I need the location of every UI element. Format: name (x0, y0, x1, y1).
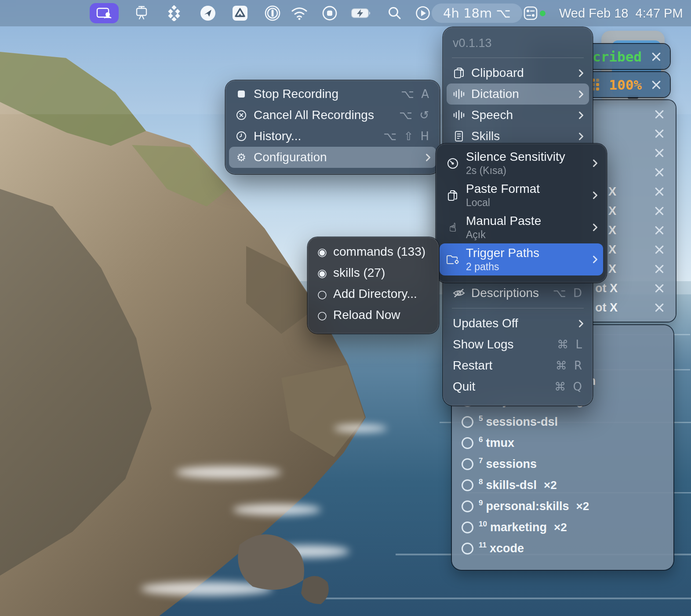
chevron-right-icon (578, 132, 584, 141)
shortcut-label: ⌥ ↺ (399, 109, 431, 122)
chevron-right-icon (593, 223, 598, 232)
close-icon[interactable] (654, 283, 665, 294)
menu-item-skills-dir[interactable]: ◉ skills (27) (311, 262, 435, 283)
path-item[interactable]: 10marketing×2 (452, 517, 673, 538)
menu-item-descriptions[interactable]: Descriptions ⌥ D (447, 283, 589, 304)
shapes-app-icon[interactable] (232, 5, 248, 22)
play-icon[interactable] (415, 5, 431, 21)
menu-item-updates[interactable]: Updates Off (447, 313, 589, 334)
path-index: 7 (479, 457, 483, 465)
menu-item-commands[interactable]: ◉ commands (133) (311, 241, 435, 262)
path-item[interactable]: 8skills-dsl×2 (452, 475, 673, 496)
clock-icon (234, 130, 248, 142)
radio-icon (462, 437, 473, 449)
path-index: 5 (479, 414, 483, 423)
path-item[interactable]: 11xcode (452, 538, 673, 559)
close-icon[interactable] (654, 109, 665, 120)
menu-item-label: Descriptions (471, 286, 539, 300)
menu-item-label: Cancel All Recordings (254, 108, 374, 122)
menu-item-label: commands (133) (333, 245, 426, 259)
wifi-icon[interactable] (291, 6, 308, 20)
menu-item-label: Paste Format (466, 182, 540, 196)
path-label: skills-dsl (486, 478, 537, 492)
menu-item-label: Configuration (254, 150, 327, 164)
menu-item-history[interactable]: History... ⌥ ⇧ H (229, 126, 436, 147)
fast-user-switching-icon[interactable] (523, 6, 538, 21)
hotkey-fragment: X (608, 185, 616, 199)
diamond-cluster-icon[interactable] (167, 5, 182, 21)
menu-item-clipboard[interactable]: Clipboard (447, 62, 589, 83)
path-item[interactable]: 7sessions (452, 453, 673, 475)
search-icon[interactable] (387, 6, 402, 21)
shortcut-label: ⌥ D (553, 286, 584, 300)
menu-item-label: Skills (471, 129, 500, 143)
chevron-right-icon (578, 319, 584, 328)
close-icon[interactable] (651, 79, 662, 91)
chevron-right-icon (593, 255, 598, 264)
cancel-circle-icon (234, 109, 248, 121)
menu-divider (452, 308, 584, 308)
version-label: v0.1.13 (443, 32, 593, 53)
path-index: 8 (479, 478, 483, 486)
close-icon[interactable] (654, 128, 665, 139)
time-label: 4:47 PM (636, 6, 683, 20)
menu-item-value: Local (466, 197, 540, 208)
path-item[interactable]: 9personal:skills×2 (452, 496, 673, 517)
radio-icon (462, 479, 473, 491)
projector-icon[interactable] (134, 5, 149, 21)
close-icon[interactable] (654, 244, 665, 255)
menu-item-cancel-all[interactable]: Cancel All Recordings ⌥ ↺ (229, 105, 436, 126)
gear-icon: ⚙ (234, 151, 248, 164)
record-stop-icon[interactable] (321, 5, 338, 22)
close-icon[interactable] (654, 147, 665, 159)
close-icon[interactable] (654, 225, 665, 236)
one-password-icon[interactable] (264, 5, 281, 22)
menu-item-stop-recording[interactable]: Stop Recording ⌥ A (229, 83, 436, 105)
path-index: 11 (479, 541, 487, 550)
active-status-item-screen-recorder[interactable] (90, 3, 119, 23)
menu-divider (452, 58, 584, 58)
menu-item-label: Show Logs (453, 337, 514, 351)
close-icon[interactable] (654, 205, 665, 217)
clipboard-icon (452, 67, 466, 79)
menu-item-value: 2 paths (466, 261, 539, 272)
close-icon[interactable] (654, 186, 665, 197)
path-item[interactable]: 5sessions-dsl (452, 411, 673, 432)
radio-selected-icon: ◉ (316, 267, 329, 279)
close-icon[interactable] (654, 167, 665, 178)
menu-item-speech[interactable]: Speech (447, 105, 589, 126)
path-item[interactable]: 6tmux (452, 432, 673, 453)
chevron-right-icon (593, 159, 598, 167)
close-icon[interactable] (654, 263, 665, 275)
hotkey-fragment: ot X (595, 282, 618, 295)
radio-empty-icon: ○ (316, 288, 329, 301)
shortcut-label: ⌘ L (557, 338, 584, 351)
trigger-paths-submenu: ◉ commands (133) ◉ skills (27) ○ Add Dir… (308, 237, 439, 333)
menu-bar: 4h 18m ⌥ Wed Feb 18 4:47 PM (0, 0, 691, 26)
menu-item-restart[interactable]: Restart ⌘ R (447, 355, 589, 376)
menu-item-show-logs[interactable]: Show Logs ⌘ L (447, 334, 589, 355)
menu-item-label: Speech (471, 108, 513, 122)
menu-item-trigger-paths[interactable]: Trigger Paths2 paths (440, 243, 603, 275)
menu-item-dictation[interactable]: Dictation (447, 83, 589, 105)
close-icon[interactable] (654, 302, 665, 313)
hotkey-fragment: X (608, 224, 616, 237)
radio-icon (462, 458, 473, 470)
menu-item-silence-sensitivity[interactable]: Silence Sensitivity2s (Kısa) (440, 147, 603, 179)
battery-charging-icon[interactable] (351, 7, 372, 19)
path-label: tmux (486, 436, 514, 450)
path-index: 10 (479, 520, 487, 529)
menu-item-quit[interactable]: Quit ⌘ Q (447, 376, 589, 397)
hotkey-fragment: X (608, 243, 616, 257)
menu-bar-clock[interactable]: Wed Feb 18 4:47 PM (559, 6, 683, 21)
pages-icon (445, 189, 461, 202)
menu-item-manual-paste[interactable]: ☝ Manual PasteAçık (440, 211, 603, 243)
menu-item-paste-format[interactable]: Paste FormatLocal (440, 179, 603, 211)
location-icon[interactable] (200, 5, 216, 22)
menu-item-add-directory[interactable]: ○ Add Directory... (311, 283, 435, 304)
menu-item-label: Restart (453, 359, 492, 373)
menu-item-reload-now[interactable]: ○ Reload Now (311, 304, 435, 326)
time-tracker-status-item[interactable]: 4h 18m ⌥ (432, 4, 522, 23)
close-icon[interactable] (651, 51, 662, 62)
menu-item-configuration[interactable]: ⚙ Configuration (229, 147, 436, 168)
